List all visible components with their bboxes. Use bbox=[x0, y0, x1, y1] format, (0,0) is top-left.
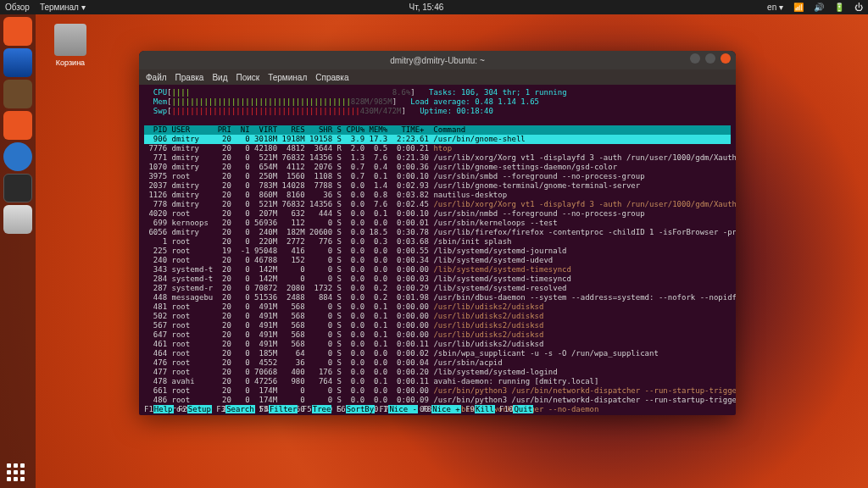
process-row[interactable]: 502 root 20 0 491M 568 0 S 0.0 0.1 0:00.… bbox=[144, 312, 731, 321]
network-icon[interactable]: 📶 bbox=[793, 3, 804, 12]
clock[interactable]: Чт, 15:46 bbox=[409, 3, 444, 12]
menu-file[interactable]: Файл bbox=[146, 73, 167, 82]
swp-line: 430M/472M bbox=[360, 107, 402, 115]
tasks-line: Tasks: 106, 304 thr; 1 running bbox=[429, 88, 567, 97]
dock-printer-icon[interactable] bbox=[3, 205, 32, 234]
process-row[interactable]: 343 systemd-t 20 0 142M 0 0 S 0.0 0.0 0:… bbox=[144, 265, 731, 274]
uptime-line: Uptime: 00:18:40 bbox=[420, 107, 493, 115]
dock-firefox-icon[interactable] bbox=[3, 48, 32, 77]
window-title: dmitry@dmitry-Ubuntu: ~ bbox=[390, 56, 485, 65]
battery-icon[interactable]: 🔋 bbox=[834, 3, 844, 12]
process-row[interactable]: 225 root 19 -1 95048 416 0 S 0.0 0.0 0:0… bbox=[144, 247, 731, 256]
htop-fkeys: F1Help F2Setup F3Search F4Filter F5Tree … bbox=[144, 405, 731, 413]
process-row[interactable]: 287 systemd-r 20 0 70872 2080 1732 S 0.0… bbox=[144, 284, 731, 293]
dock-files2-icon[interactable] bbox=[3, 80, 32, 108]
process-row[interactable]: 1126 dmitry 20 0 860M 8160 36 S 0.0 0.8 … bbox=[144, 191, 731, 200]
process-row[interactable]: 448 messagebu 20 0 51536 2488 884 S 0.0 … bbox=[144, 293, 731, 302]
process-row[interactable]: 3975 root 20 0 250M 1560 1108 S 0.7 0.1 … bbox=[144, 172, 731, 181]
process-row[interactable]: 4020 root 20 0 207M 632 444 S 0.0 0.1 0:… bbox=[144, 209, 731, 219]
volume-icon[interactable]: 🔊 bbox=[814, 3, 824, 12]
cpu-pct: 8.6% bbox=[392, 88, 411, 97]
process-row[interactable]: 477 root 20 0 70668 400 176 S 0.0 0.0 0:… bbox=[144, 368, 731, 377]
trash-label: Корзина bbox=[56, 58, 85, 67]
process-row[interactable]: 1070 dmitry 20 0 654M 4112 2076 S 0.7 0.… bbox=[144, 163, 731, 172]
process-row[interactable]: 476 root 20 0 4552 36 0 S 0.0 0.0 0:00.0… bbox=[144, 358, 731, 368]
process-row[interactable]: 6056 dmitry 20 0 240M 182M 20600 S 0.0 1… bbox=[144, 228, 731, 237]
process-row[interactable]: 699 kernoops 20 0 56936 112 0 S 0.0 0.0 … bbox=[144, 219, 731, 228]
process-row[interactable]: 284 systemd-t 20 0 142M 0 0 S 0.0 0.0 0:… bbox=[144, 274, 731, 284]
top-panel: Обзор Терминал ▾ Чт, 15:46 en ▾ 📶 🔊 🔋 ⏻ bbox=[0, 0, 868, 14]
process-row[interactable]: 771 dmitry 20 0 521M 76832 14356 S 1.3 7… bbox=[144, 153, 731, 163]
menu-edit[interactable]: Правка bbox=[175, 73, 204, 82]
process-row[interactable]: 481 root 20 0 491M 568 0 S 0.0 0.1 0:00.… bbox=[144, 302, 731, 312]
dock-terminal-icon[interactable] bbox=[3, 174, 32, 202]
terminal-menubar: Файл Правка Вид Поиск Терминал Справка bbox=[139, 69, 736, 85]
menu-view[interactable]: Вид bbox=[212, 73, 227, 82]
process-row[interactable]: 567 root 20 0 491M 568 0 S 0.0 0.1 0:00.… bbox=[144, 321, 731, 330]
process-row[interactable]: 7776 dmitry 20 0 42180 4812 3644 R 2.0 0… bbox=[144, 144, 731, 153]
minimize-button[interactable] bbox=[690, 53, 700, 64]
dock-software-icon[interactable] bbox=[3, 111, 32, 140]
process-row[interactable]: 240 root 20 0 46788 152 0 S 0.0 0.0 0:00… bbox=[144, 256, 731, 265]
terminal-output[interactable]: CPU[|||| 8.6%] Tasks: 106, 304 thr; 1 ru… bbox=[139, 85, 736, 415]
mem-line: 828M/985M bbox=[351, 97, 392, 106]
process-row[interactable]: 2037 dmitry 20 0 783M 14028 7788 S 0.0 1… bbox=[144, 181, 731, 191]
process-row[interactable]: 647 root 20 0 491M 568 0 S 0.0 0.1 0:00.… bbox=[144, 330, 731, 340]
window-titlebar[interactable]: dmitry@dmitry-Ubuntu: ~ bbox=[139, 51, 736, 69]
menu-terminal[interactable]: Терминал bbox=[268, 73, 307, 82]
power-icon[interactable]: ⏻ bbox=[854, 3, 863, 12]
app-menu[interactable]: Терминал ▾ bbox=[40, 3, 86, 12]
process-row[interactable]: 464 root 20 0 185M 64 0 S 0.0 0.0 0:00.0… bbox=[144, 349, 731, 358]
process-row[interactable]: 661 root 20 0 174M 0 0 S 0.0 0.0 0:00.00… bbox=[144, 386, 731, 396]
process-row[interactable]: 778 dmitry 20 0 521M 76832 14356 S 0.0 7… bbox=[144, 200, 731, 209]
process-row[interactable]: 461 root 20 0 491M 568 0 S 0.0 0.1 0:00.… bbox=[144, 340, 731, 349]
terminal-window: dmitry@dmitry-Ubuntu: ~ Файл Правка Вид … bbox=[139, 51, 736, 415]
trash-desktop-icon[interactable]: Корзина bbox=[49, 24, 92, 67]
menu-help[interactable]: Справка bbox=[315, 73, 348, 82]
close-button[interactable] bbox=[721, 53, 731, 64]
input-source[interactable]: en ▾ bbox=[767, 3, 783, 12]
activities-button[interactable]: Обзор bbox=[5, 3, 30, 12]
show-applications-button[interactable] bbox=[7, 463, 25, 481]
process-row[interactable]: 478 avahi 20 0 47256 980 764 S 0.0 0.1 0… bbox=[144, 377, 731, 386]
process-row[interactable]: 486 root 20 0 174M 0 0 S 0.0 0.0 0:00.09… bbox=[144, 396, 731, 405]
dock-help-icon[interactable] bbox=[3, 142, 32, 171]
dock bbox=[0, 14, 36, 488]
process-header[interactable]: PID USER PRI NI VIRT RES SHR S CPU% MEM%… bbox=[144, 125, 731, 135]
dock-files-icon[interactable] bbox=[3, 17, 32, 46]
menu-search[interactable]: Поиск bbox=[236, 73, 259, 82]
process-row[interactable]: 580 root 20 0 554M 1360 0 S 0.0 0.0 0:00… bbox=[144, 414, 731, 415]
load-line: Load average: 0.48 1.14 1.65 bbox=[410, 97, 539, 106]
maximize-button[interactable] bbox=[705, 53, 715, 64]
process-row[interactable]: 1 root 20 0 220M 2772 776 S 0.0 0.3 0:03… bbox=[144, 237, 731, 247]
selected-process[interactable]: 906 dmitry 20 0 3018M 1918M 19158 S 3.9 … bbox=[144, 135, 731, 144]
